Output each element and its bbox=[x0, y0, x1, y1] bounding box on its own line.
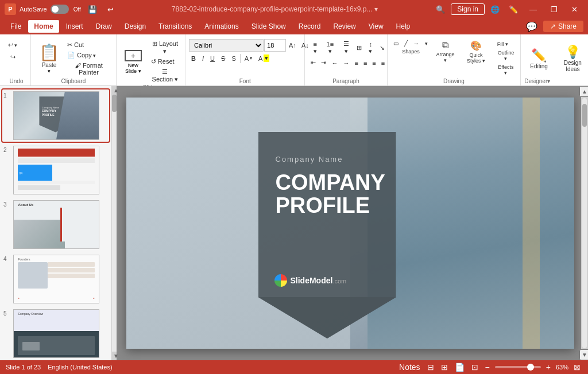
font-color-button[interactable]: A▾ bbox=[242, 54, 254, 63]
presenter-view-button[interactable]: ⊡ bbox=[470, 362, 480, 372]
new-slide-label2: Slide ▾ bbox=[125, 68, 141, 74]
slide-item-2[interactable]: 2 04 bbox=[2, 144, 109, 196]
highlight-color-button[interactable]: A▾ bbox=[256, 53, 272, 63]
design-ideas-label2: Ideas bbox=[566, 66, 579, 72]
strikethrough-button[interactable]: S bbox=[219, 54, 227, 63]
menu-home[interactable]: Home bbox=[28, 20, 59, 33]
font-family-select[interactable]: Calibri bbox=[189, 39, 264, 52]
slide-sorter-button[interactable]: ⊞ bbox=[439, 362, 450, 372]
format-painter-button[interactable]: 🖌 Format Painter bbox=[65, 61, 113, 77]
autosave-toggle[interactable] bbox=[51, 5, 69, 14]
rtl-button[interactable]: ← bbox=[329, 59, 340, 68]
slide-canvas[interactable]: Company Name COMPANY PROFILE SlideModel.… bbox=[126, 98, 574, 349]
minimize-button[interactable]: — bbox=[524, 3, 543, 16]
menu-slideshow[interactable]: Slide Show bbox=[246, 20, 292, 33]
italic-button[interactable]: I bbox=[200, 54, 206, 63]
close-button[interactable]: ✕ bbox=[566, 3, 583, 16]
normal-view-button[interactable]: ⊟ bbox=[425, 362, 436, 372]
slide-info-text: Slide 1 of 23 bbox=[6, 364, 41, 371]
menu-animations[interactable]: Animations bbox=[199, 20, 244, 33]
signin-button[interactable]: Sign in bbox=[451, 3, 485, 15]
bold-button[interactable]: B bbox=[189, 54, 198, 63]
numbering-button[interactable]: 1≡ ▾ bbox=[322, 40, 338, 56]
slide-item-3[interactable]: 3 About Us bbox=[2, 198, 109, 251]
dropdown-arrow[interactable]: ▾ bbox=[374, 5, 378, 13]
designer-expand-button[interactable]: ▾ bbox=[547, 78, 550, 84]
maximize-button[interactable]: ❐ bbox=[545, 3, 563, 16]
menu-help[interactable]: Help bbox=[390, 20, 416, 33]
menu-review[interactable]: Review bbox=[327, 20, 361, 33]
save-button[interactable]: 💾 bbox=[84, 4, 100, 15]
paste-button[interactable]: 📋 Paste ▾ bbox=[34, 41, 64, 76]
right-scrollbar[interactable]: ▲ ▼ bbox=[581, 86, 588, 360]
underline-button[interactable]: U bbox=[208, 54, 217, 63]
undo-title-button[interactable]: ↩ bbox=[104, 4, 117, 15]
comments-button[interactable]: 💬 bbox=[523, 20, 541, 33]
menu-transitions[interactable]: Transitions bbox=[153, 20, 198, 33]
reset-button[interactable]: ↺ Reset bbox=[149, 57, 181, 67]
columns-button[interactable]: ⊞ bbox=[354, 43, 364, 53]
notes-button[interactable]: Notes bbox=[397, 362, 422, 372]
search-title-button[interactable]: 🔍 bbox=[432, 4, 448, 15]
reading-view-button[interactable]: 📄 bbox=[453, 362, 466, 372]
increase-indent-button[interactable]: ⇥ bbox=[319, 58, 328, 68]
slide-item-5[interactable]: 5 Company Overview bbox=[2, 307, 109, 360]
font-size-increase[interactable]: A↑ bbox=[287, 41, 299, 50]
shadow-button[interactable]: S bbox=[229, 54, 238, 63]
align-center-button[interactable]: ≡ bbox=[361, 59, 369, 68]
status-bar: Slide 1 of 23 English (United States) No… bbox=[0, 360, 588, 374]
menu-file[interactable]: File bbox=[5, 20, 27, 33]
menu-insert[interactable]: Insert bbox=[60, 20, 89, 33]
designer-group-label: Designer bbox=[524, 78, 547, 84]
quick-styles-button[interactable]: 🎨 Quick Styles ▾ bbox=[459, 39, 492, 65]
shape-more[interactable]: ▾ bbox=[423, 39, 430, 48]
fill-color-button[interactable]: Fill ▾ bbox=[495, 40, 517, 48]
shape-rect[interactable]: ▭ bbox=[391, 39, 401, 48]
section-button[interactable]: ☰ Section ▾ bbox=[149, 67, 181, 84]
design-ideas-button[interactable]: 💡 Design Ideas bbox=[558, 41, 587, 76]
scroll-down-button[interactable]: ▼ bbox=[579, 349, 588, 360]
copy-button[interactable]: 📄 Copy ▾ bbox=[65, 50, 113, 60]
editing-button[interactable]: ✏️ Editing bbox=[524, 45, 554, 73]
ltr-button[interactable]: → bbox=[341, 59, 351, 68]
fit-slide-button[interactable]: ⊠ bbox=[572, 362, 582, 372]
share-button[interactable]: ↗ Share bbox=[543, 21, 583, 32]
globe-icon-button[interactable]: 🌐 bbox=[487, 4, 503, 15]
slide-title-text: COMPANY PROFILE bbox=[276, 172, 379, 217]
decrease-indent-button[interactable]: ⇤ bbox=[308, 58, 318, 68]
zoom-slider[interactable] bbox=[495, 366, 541, 368]
ribbon-group-paragraph: ≡ ▾ 1≡ ▾ ☰ ▾ ⊞ ↕ ▾ ↘ ⇤ ⇥ ← → ≡ ≡ ≡ ≡ Par… bbox=[305, 34, 387, 85]
shapes-label: Shapes bbox=[402, 49, 420, 54]
menu-record[interactable]: Record bbox=[293, 20, 327, 33]
effects-button[interactable]: Effects ▾ bbox=[495, 63, 517, 77]
more-paragraph-button[interactable]: ↘ bbox=[377, 43, 387, 53]
menu-draw[interactable]: Draw bbox=[90, 20, 118, 33]
align-right-button[interactable]: ≡ bbox=[370, 59, 378, 68]
list-button[interactable]: ☰ ▾ bbox=[339, 39, 354, 56]
line-spacing-button[interactable]: ↕ ▾ bbox=[365, 40, 377, 56]
cut-button[interactable]: ✂ Cut bbox=[65, 40, 113, 50]
layout-button[interactable]: ⊞ Layout ▾ bbox=[149, 39, 181, 56]
outline-color-button[interactable]: Outline ▾ bbox=[495, 49, 517, 63]
arrange-button[interactable]: ⧉ Arrange ▾ bbox=[434, 39, 458, 64]
redo-button[interactable]: ↪ bbox=[8, 52, 18, 62]
slide-item-1[interactable]: 1 Company Name COMPANY PROFILE bbox=[2, 89, 109, 142]
align-left-button[interactable]: ≡ bbox=[352, 59, 360, 68]
slide-item-4[interactable]: 4 Founders ❝ ❞ bbox=[2, 253, 109, 305]
undo-button[interactable]: ↩ ▾ bbox=[6, 40, 20, 50]
font-size-input[interactable] bbox=[264, 39, 286, 52]
shape-line[interactable]: ╱ bbox=[402, 39, 410, 48]
zoom-in-button[interactable]: + bbox=[544, 362, 552, 372]
language-text: English (United States) bbox=[48, 364, 113, 371]
office-logo: P bbox=[5, 3, 16, 15]
zoom-out-button[interactable]: − bbox=[483, 362, 492, 372]
pen-button[interactable]: ✏️ bbox=[505, 4, 521, 15]
toggle-state-text: Off bbox=[74, 6, 81, 13]
menu-design[interactable]: Design bbox=[119, 20, 152, 33]
scroll-up-button[interactable]: ▲ bbox=[579, 86, 588, 97]
bullets-button[interactable]: ≡ ▾ bbox=[308, 40, 321, 56]
new-slide-button[interactable]: + New Slide ▾ bbox=[120, 44, 146, 80]
menu-view[interactable]: View bbox=[363, 20, 389, 33]
shape-arrow[interactable]: → bbox=[411, 39, 421, 48]
justify-button[interactable]: ≡ bbox=[379, 59, 387, 68]
